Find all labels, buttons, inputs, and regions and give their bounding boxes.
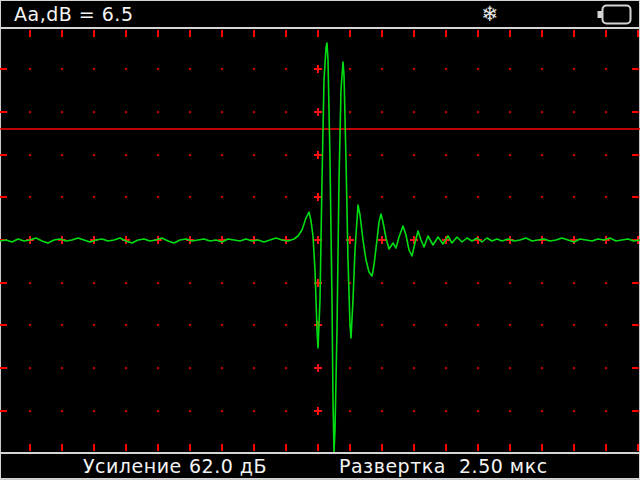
- grid-dot: [573, 282, 575, 284]
- grid-dot: [125, 367, 127, 369]
- grid-dot: [61, 282, 63, 284]
- grid-dot: [605, 282, 607, 284]
- grid-dot: [541, 111, 543, 113]
- grid-dot: [509, 154, 511, 156]
- grid-dot: [477, 324, 479, 326]
- grid-dot: [637, 282, 639, 284]
- grid-dot: [413, 282, 415, 284]
- grid-dot: [381, 111, 383, 113]
- grid-dot: [285, 154, 287, 156]
- grid-dot: [477, 68, 479, 70]
- grid-dot: [29, 111, 31, 113]
- grid-dot: [253, 154, 255, 156]
- grid-dot: [509, 282, 511, 284]
- grid-dot: [125, 196, 127, 198]
- grid-dot: [61, 410, 63, 412]
- grid-dot: [285, 196, 287, 198]
- grid-dot: [573, 324, 575, 326]
- grid-dot: [573, 111, 575, 113]
- grid-dot: [509, 196, 511, 198]
- amplitude-readout: Aa,dB = 6.5: [14, 3, 134, 25]
- grid-dot: [413, 154, 415, 156]
- grid-dot: [349, 410, 351, 412]
- grid-dot: [125, 154, 127, 156]
- grid-dot: [605, 367, 607, 369]
- grid-dot: [93, 68, 95, 70]
- grid-dot: [189, 111, 191, 113]
- grid-dot: [29, 154, 31, 156]
- grid-dot: [29, 367, 31, 369]
- grid-dot: [29, 68, 31, 70]
- grid-dot: [445, 68, 447, 70]
- grid-dot: [381, 196, 383, 198]
- grid-dot: [157, 410, 159, 412]
- gain-value: 62.0 дБ: [189, 454, 267, 478]
- grid-dot: [253, 282, 255, 284]
- grid-dot: [381, 367, 383, 369]
- grid-dot: [541, 196, 543, 198]
- grid-dot: [253, 410, 255, 412]
- grid-dot: [445, 367, 447, 369]
- grid-dot: [413, 410, 415, 412]
- grid-dot: [541, 367, 543, 369]
- grid-dot: [125, 68, 127, 70]
- grid-dot: [605, 410, 607, 412]
- grid-dot: [93, 367, 95, 369]
- grid-dot: [381, 282, 383, 284]
- grid-dot: [605, 111, 607, 113]
- grid-dot: [221, 196, 223, 198]
- grid-dot: [61, 196, 63, 198]
- grid-dot: [477, 367, 479, 369]
- bottom-status-bar: Усиление 62.0 дБ Развертка 2.50 мкс: [0, 452, 640, 479]
- grid-dot: [221, 367, 223, 369]
- grid-dot: [221, 410, 223, 412]
- sweep-label: Развертка: [339, 454, 446, 478]
- grid-dot: [509, 324, 511, 326]
- grid-dot: [349, 154, 351, 156]
- grid-dot: [381, 68, 383, 70]
- grid-dot: [221, 68, 223, 70]
- grid-dot: [637, 410, 639, 412]
- grid-dot: [285, 282, 287, 284]
- grid-dot: [125, 282, 127, 284]
- grid-dot: [125, 111, 127, 113]
- scope-svg: [0, 0, 640, 480]
- grid-dot: [477, 410, 479, 412]
- sweep-value: 2.50 мкс: [459, 454, 548, 478]
- grid-dot: [93, 196, 95, 198]
- grid-dot: [573, 367, 575, 369]
- grid-dot: [445, 196, 447, 198]
- grid-dot: [605, 68, 607, 70]
- grid-dot: [29, 324, 31, 326]
- grid-dot: [541, 154, 543, 156]
- grid-dot: [61, 154, 63, 156]
- grid-dot: [189, 324, 191, 326]
- grid-dot: [29, 196, 31, 198]
- grid-dot: [221, 111, 223, 113]
- grid-dot: [413, 367, 415, 369]
- grid-dot: [541, 282, 543, 284]
- grid-dot: [285, 410, 287, 412]
- grid-dot: [605, 154, 607, 156]
- grid-dot: [189, 196, 191, 198]
- grid-dot: [93, 324, 95, 326]
- grid-dot: [413, 111, 415, 113]
- grid-dot: [477, 154, 479, 156]
- waveform-trace: [0, 43, 640, 452]
- grid-dot: [93, 410, 95, 412]
- grid-dot: [637, 196, 639, 198]
- grid-dot: [157, 196, 159, 198]
- grid-dot: [605, 196, 607, 198]
- grid-dot: [93, 282, 95, 284]
- grid-dot: [29, 282, 31, 284]
- grid-dot: [221, 324, 223, 326]
- grid-dot: [477, 282, 479, 284]
- battery-icon: [593, 2, 635, 30]
- grid-dot: [285, 111, 287, 113]
- grid-dot: [637, 367, 639, 369]
- grid-dot: [445, 154, 447, 156]
- grid-dot: [541, 324, 543, 326]
- grid-dot: [157, 367, 159, 369]
- grid-dot: [125, 410, 127, 412]
- grid-dot: [541, 68, 543, 70]
